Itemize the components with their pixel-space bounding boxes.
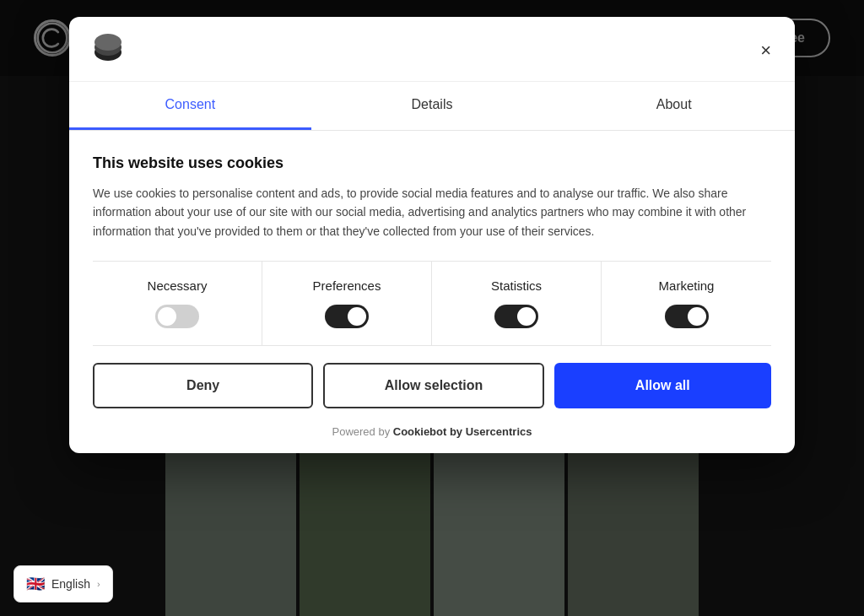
cookie-title: This website uses cookies	[93, 154, 771, 172]
cookie-toggles-row: Necessary Preferences Statistics	[93, 262, 771, 346]
toggle-preferences[interactable]	[325, 305, 369, 328]
toggle-knob-marketing	[688, 307, 706, 326]
toggle-label-preferences: Preferences	[313, 278, 381, 293]
cookie-description: We use cookies to personalise content an…	[93, 184, 771, 262]
toggle-knob-statistics	[517, 307, 536, 326]
allow-selection-button[interactable]: Allow selection	[323, 363, 543, 408]
toggle-knob-necessary	[158, 307, 176, 326]
cookiebot-brand: Cookiebot by Usercentrics	[393, 425, 532, 438]
toggle-statistics[interactable]	[494, 305, 538, 328]
tab-consent[interactable]: Consent	[69, 82, 311, 130]
dialog-content: This website uses cookies We use cookies…	[69, 131, 795, 346]
toggle-cell-necessary: Necessary	[93, 262, 262, 345]
close-button[interactable]: ×	[760, 41, 771, 60]
allow-all-button[interactable]: Allow all	[554, 363, 771, 408]
dialog-logo	[93, 34, 123, 68]
powered-by: Powered by Cookiebot by Usercentrics	[69, 425, 795, 453]
tab-details[interactable]: Details	[311, 82, 554, 130]
toggle-cell-marketing: Marketing	[602, 262, 771, 345]
toggle-label-statistics: Statistics	[491, 278, 542, 293]
toggle-necessary[interactable]	[155, 305, 199, 328]
toggle-label-marketing: Marketing	[659, 278, 715, 293]
toggle-cell-statistics: Statistics	[432, 262, 602, 345]
deny-button[interactable]: Deny	[93, 363, 313, 408]
chevron-right-icon: ›	[97, 579, 100, 589]
tab-about[interactable]: About	[553, 82, 795, 130]
modal-overlay: × Consent Details About This website use…	[0, 0, 864, 616]
svg-point-3	[94, 34, 122, 51]
toggle-marketing[interactable]	[665, 305, 709, 328]
toggle-knob-preferences	[348, 307, 366, 326]
toggle-label-necessary: Necessary	[148, 278, 208, 293]
language-selector[interactable]: 🇬🇧 English ›	[14, 565, 113, 602]
cookie-consent-dialog: × Consent Details About This website use…	[69, 17, 795, 453]
dialog-header: ×	[69, 17, 795, 82]
flag-icon: 🇬🇧	[26, 575, 45, 593]
language-label: English	[51, 577, 90, 591]
toggle-cell-preferences: Preferences	[262, 262, 432, 345]
action-buttons: Deny Allow selection Allow all	[69, 346, 795, 425]
dialog-tabs: Consent Details About	[69, 82, 795, 131]
